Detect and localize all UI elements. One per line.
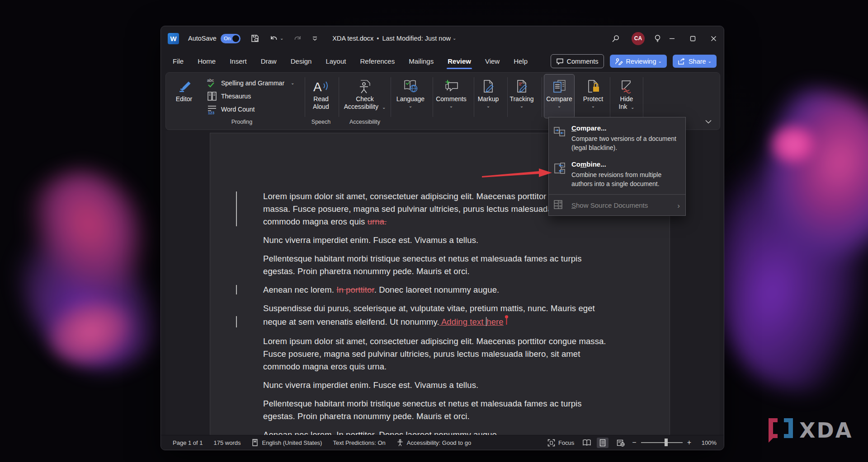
editor-label: Editor [176,95,193,103]
tab-home[interactable]: Home [198,57,216,65]
document-title[interactable]: XDA test.docx • Last Modified: Just now … [332,35,456,42]
ribbon-comments-icon [443,77,459,93]
tab-review[interactable]: Review [448,57,471,65]
text-run: Pellentesque habitant morbi tristique se… [263,399,582,421]
compare-menu-description: Compare two versions of a document (lega… [571,134,680,152]
tab-insert[interactable]: Insert [230,57,247,65]
hide-ink-chevron-icon: ⌄ [631,105,634,110]
page-indicator[interactable]: Page 1 of 1 [173,439,203,446]
spelling-grammar-button[interactable]: abc Spelling and Grammar ⌄ [207,77,294,89]
group-label-speech: Speech [311,119,330,125]
language-button[interactable]: Language ⌄ [394,75,427,118]
hide-ink-button[interactable]: HideInk ⌄ [611,75,642,118]
language-label: Language [396,95,425,103]
tab-draw[interactable]: Draw [261,57,277,65]
markup-label: Markup [478,95,499,103]
check-accessibility-button[interactable]: CheckAccessibility ⌄ [343,75,387,118]
share-icon [678,58,685,65]
check-accessibility-icon [358,77,372,93]
menu-item-combine[interactable]: Combine... Combine revisions from multip… [549,156,685,192]
zoom-slider-thumb[interactable] [665,439,668,446]
tab-design[interactable]: Design [291,57,312,65]
word-count-button[interactable]: 123 Word Count [207,103,255,115]
minimize-button[interactable] [661,26,682,51]
web-layout-icon [617,439,625,447]
search-icon[interactable] [611,34,620,43]
paragraph[interactable]: Suspendisse dui purus, scelerisque at, v… [263,302,611,329]
reviewing-chevron-icon: ⌄ [658,59,662,64]
paragraph[interactable]: Nunc viverra imperdiet enim. Fusce est. … [263,379,611,392]
print-layout-button[interactable] [597,438,609,448]
menu-item-compare[interactable]: Compare... Compare two versions of a doc… [549,120,685,156]
paragraph[interactable]: Aenean nec lorem. In porttitor. Donec la… [263,284,611,296]
paragraph[interactable]: Aenean nec lorem. In porttitor. Donec la… [263,429,611,435]
menu-item-show-source-documents[interactable]: Show Source Documents › [549,196,685,215]
language-status-label: English (United States) [262,439,322,446]
thesaurus-button[interactable]: Thesaurus [207,90,251,102]
group-label-proofing: Proofing [231,119,253,125]
reviewing-button[interactable]: Reviewing ⌄ [610,55,667,68]
zoom-slider[interactable]: − + [632,439,691,447]
compare-dropdown-menu: Compare... Compare two versions of a doc… [548,117,686,216]
zoom-out-icon[interactable]: − [632,439,636,447]
markup-button[interactable]: Markup ⌄ [472,75,505,118]
annotation-arrow [482,168,552,179]
accessibility-status[interactable]: Accessibility: Good to go [396,439,471,447]
comments-button[interactable]: Comments [551,54,604,68]
text-run: Lorem ipsum dolor sit amet, consectetuer… [263,336,606,371]
paragraph[interactable]: Pellentesque habitant morbi tristique se… [263,397,611,423]
proofing-book-icon [251,439,259,447]
status-bar: Page 1 of 1 175 words English (United St… [161,435,724,450]
title-separator: • [377,35,379,42]
reviewing-person-icon [615,58,623,65]
undo-chevron-icon[interactable]: ⌄ [280,36,283,41]
menu-separator [549,194,685,195]
tab-layout[interactable]: Layout [326,57,346,65]
autosave-toggle[interactable]: On [221,34,241,43]
maximize-button[interactable] [682,26,703,51]
editor-icon [176,77,192,93]
deleted-text: urna. [368,217,387,226]
paragraph[interactable]: Nunc viverra imperdiet enim. Fusce est. … [263,234,611,247]
redo-icon[interactable] [293,34,302,43]
paragraph[interactable]: Lorem ipsum dolor sit amet, consectetuer… [263,335,611,373]
collapse-ribbon-icon[interactable] [705,119,712,125]
text-run: Pellentesque habitant morbi tristique se… [263,254,582,276]
text-predictions-status[interactable]: Text Predictions: On [333,439,385,446]
zoom-level[interactable]: 100% [698,439,717,446]
account-avatar[interactable]: CA [632,32,645,45]
read-mode-button[interactable] [582,439,591,446]
tab-file[interactable]: File [173,57,184,65]
tab-view[interactable]: View [485,57,500,65]
deleted-text: In porttitor [336,285,374,294]
tab-references[interactable]: References [360,57,395,65]
xda-logo-text: XDA [799,420,853,441]
zoom-in-icon[interactable]: + [687,439,691,447]
check-accessibility-chevron-icon: ⌄ [382,105,386,110]
editor-button[interactable]: Editor [167,75,201,118]
paragraph[interactable]: Pellentesque habitant morbi tristique se… [263,252,611,278]
read-aloud-button[interactable]: A ReadAloud [304,75,338,118]
focus-mode-button[interactable]: Focus [547,439,574,447]
text-run: . Donec laoreet nonummy augue. [374,285,500,294]
protect-button[interactable]: Protect ⌄ [577,75,609,118]
show-source-documents-title: Show Source Documents [571,201,648,210]
tab-help[interactable]: Help [514,57,528,65]
ribbon-comments-button[interactable]: Comments ⌄ [433,75,470,118]
tracking-button[interactable]: Tracking ⌄ [505,75,538,118]
share-chevron-icon: ⌄ [708,59,712,64]
undo-icon[interactable]: ⌄ [269,34,283,43]
proofing-status[interactable]: English (United States) [251,439,322,447]
close-button[interactable] [703,26,724,51]
lightbulb-icon[interactable] [654,34,661,43]
save-icon[interactable] [250,34,259,43]
tab-mailings[interactable]: Mailings [409,57,434,65]
share-button[interactable]: Share ⌄ [673,55,717,68]
quick-access-toolbar-chevron-icon[interactable] [312,36,318,41]
word-count-indicator[interactable]: 175 words [214,439,241,446]
zoom-slider-track[interactable] [641,442,683,443]
word-window: W AutoSave On ⌄ XDA test.docx [160,26,724,450]
web-layout-button[interactable] [617,439,625,447]
compare-button[interactable]: Compare ⌄ [544,74,575,118]
ribbon-tab-row: File Home Insert Draw Design Layout Refe… [161,51,724,72]
